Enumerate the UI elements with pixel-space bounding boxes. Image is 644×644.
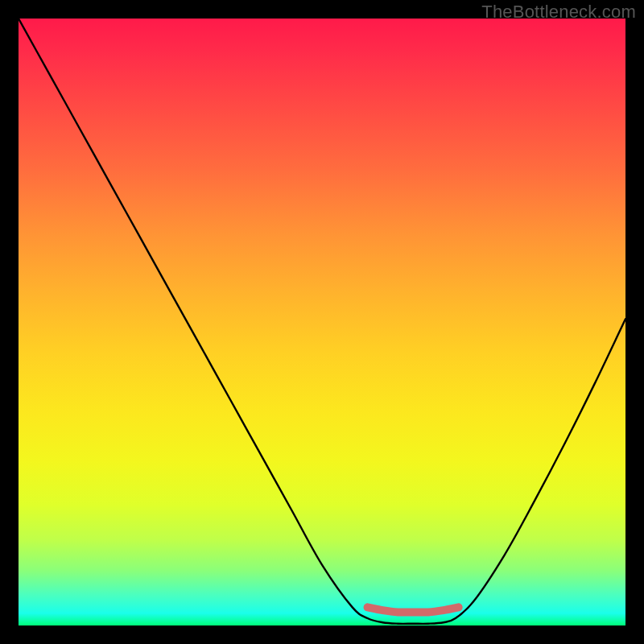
bottleneck-curve-path [19,19,625,624]
plot-area [19,19,625,625]
flat-bottom-marker-path [368,607,459,612]
chart-container: TheBottleneck.com [0,0,644,644]
chart-svg [19,19,625,625]
